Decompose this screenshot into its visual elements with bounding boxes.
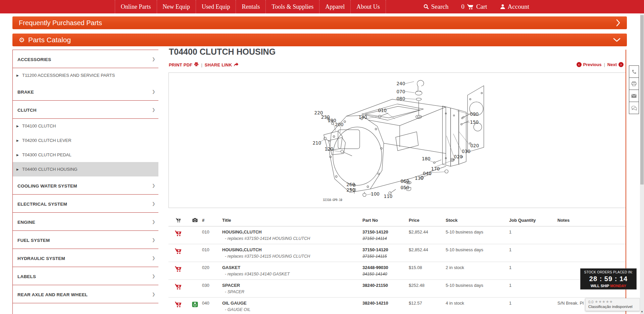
sidebar-category-accessories[interactable]: ACCESSORIES ❯ (13, 50, 158, 68)
nav-item-apparel[interactable]: Apparel (319, 0, 351, 13)
sidebar-item-t04300[interactable]: ▶ T04300 CLUTCH PEDAL (13, 148, 158, 162)
sidebar-category-label: COOLING WATER SYSTEM (17, 184, 77, 189)
row-subtitle: - GAUGE OIL (220, 307, 362, 312)
triangle-right-icon: ▶ (16, 139, 19, 142)
sidebar-category-fuel-system[interactable]: FUEL SYSTEM ❯ (13, 231, 158, 249)
diagram-callout: 210 (312, 140, 321, 146)
arrow-right-circle-icon: › (618, 62, 624, 67)
sidebar-category-labels[interactable]: LABELS ❯ (13, 267, 158, 285)
view-photo-button[interactable] (192, 302, 198, 308)
nav-account-label: Account (508, 3, 529, 10)
row-title: GASKET (220, 265, 362, 270)
share-link[interactable]: SHARE LINK (205, 62, 239, 68)
table-row: 030 SPACER - SPACER 38240-21150 $252.48 … (168, 280, 626, 298)
countdown-heading: STOCK ORDERS PLACED IN: (581, 270, 636, 274)
sidebar-category-clutch[interactable]: CLUTCH ❯ (13, 101, 158, 119)
diagram-callout: 120 (325, 146, 333, 152)
row-title: HOUSING,CLUTCH (220, 247, 362, 252)
chevron-right-icon: ❯ (152, 274, 155, 278)
sidebar-category-hydraulic-system[interactable]: HYDRAULIC SYSTEM ❯ (13, 249, 158, 267)
nav-search-label: Search (431, 3, 449, 10)
sidebar-item-t04200[interactable]: ▶ T04200 CLUTCH LEVER (13, 133, 158, 148)
header-part-no: Part No (362, 217, 409, 223)
row-job-quantity: 1 (509, 247, 557, 252)
row-num: 030 (202, 283, 220, 288)
scrollbar-thumb[interactable] (640, 15, 644, 185)
main-content: T04400 CLUTCH HOUSING PRINT PDF | SHARE … (168, 50, 626, 314)
row-title: OIL GAUGE (220, 301, 362, 306)
sidebar-category-rear-axle[interactable]: REAR AXLE AND REAR WHEEL ❯ (13, 285, 158, 303)
row-price: $2,852.44 (409, 229, 446, 234)
nav-search[interactable]: Search (424, 3, 449, 10)
sidebar-category-label: ELECTRICAL SYSTEM (17, 202, 67, 207)
add-to-cart-button[interactable] (175, 283, 182, 291)
chevron-right-icon (616, 19, 621, 27)
sidebar-category-engine[interactable]: ENGINE ❯ (13, 213, 158, 231)
scrollbar-down-arrow[interactable]: ▼ (640, 310, 644, 313)
sidebar-category-label: HYDRAULIC SYSTEM (17, 256, 65, 261)
row-num: 010 (202, 229, 220, 234)
stock-order-countdown: STOCK ORDERS PLACED IN: 28 : 59 : 14 WIL… (580, 268, 637, 290)
email-button[interactable] (629, 90, 639, 102)
ship-day: MONDAY (610, 284, 626, 288)
page: Online Parts New Equip Used Equip Rental… (0, 0, 644, 314)
phone-button[interactable] (629, 65, 639, 78)
header-price: Price (409, 217, 446, 223)
add-to-cart-button[interactable] (175, 230, 182, 238)
triangle-right-icon: ▶ (16, 168, 19, 171)
sidebar-item-t04100[interactable]: ▶ T04100 CLUTCH (13, 119, 158, 133)
scrollbar[interactable]: ▼ (640, 13, 644, 314)
nav-cart-label: Cart (476, 3, 487, 10)
row-stock: 5-10 business days (446, 247, 509, 252)
parts-table: # Title Part No Price Stock Job Quantity… (168, 214, 626, 314)
add-to-cart-button[interactable] (175, 266, 182, 273)
table-header-row: # Title Part No Price Stock Job Quantity… (168, 214, 626, 226)
diagram-callout: 110 (384, 194, 393, 199)
nav-item-rentals[interactable]: Rentals (236, 0, 266, 13)
row-price: $15.08 (409, 265, 446, 270)
sidebar-category-label: REAR AXLE AND REAR WHEEL (17, 292, 88, 297)
nav-account[interactable]: Account (500, 3, 529, 10)
print-button[interactable] (629, 77, 639, 90)
row-num: 020 (202, 265, 220, 270)
nav-item-about-us[interactable]: About Us (351, 0, 386, 13)
nav-item-tools-supplies[interactable]: Tools & Supplies (266, 0, 319, 13)
add-to-cart-button[interactable] (175, 301, 182, 309)
countdown-ship-line: WILL SHIP MONDAY (581, 284, 636, 288)
previous-button[interactable]: ‹ Previous (577, 62, 602, 67)
diagram-callout: 240 (397, 81, 405, 86)
nav-menu: Online Parts New Equip Used Equip Rental… (115, 0, 386, 13)
sidebar-item-t04400-selected[interactable]: ▶ T04400 CLUTCH HOUSING (13, 162, 158, 176)
account-icon (500, 4, 505, 9)
row-part-no: 32448-99030 (362, 265, 409, 270)
chevron-right-icon: ❯ (152, 219, 155, 224)
add-to-cart-button[interactable] (175, 248, 182, 255)
nav-item-online-parts[interactable]: Online Parts (115, 0, 157, 13)
row-subtitle: - SPACER (220, 290, 362, 294)
sidebar-category-brake[interactable]: BRAKE ❯ (13, 83, 158, 101)
sidebar-category-electrical-system[interactable]: ELECTRICAL SYSTEM ❯ (13, 195, 158, 213)
sidebar-item-label: T04200 CLUTCH LEVER (22, 138, 71, 143)
parts-catalog-banner[interactable]: ⚙ Parts Catalog (12, 34, 627, 46)
diagram-callout: 020 (454, 154, 463, 159)
sidebar-item-t11200[interactable]: ▶ T11200 ACCESSORIES AND SERVICE PARTS (13, 68, 158, 83)
parts-catalog-sidebar: ACCESSORIES ❯ ▶ T11200 ACCESSORIES AND S… (12, 50, 158, 314)
chat-button[interactable] (629, 102, 639, 114)
nav-cart[interactable]: 0 Cart (461, 3, 487, 10)
diagram-callout: 070 (397, 89, 405, 94)
frequently-purchased-banner[interactable]: Frequently Purchased Parts (12, 16, 627, 29)
sidebar-category-cooling-water-system[interactable]: COOLING WATER SYSTEM ❯ (13, 176, 158, 195)
nav-item-new-equip[interactable]: New Equip (157, 0, 196, 13)
chevron-right-icon: ❯ (152, 238, 155, 242)
row-part-no: 38240-14210 (362, 301, 409, 306)
table-row: 020 GASKET - replaces #34150-14140 GASKE… (168, 262, 626, 280)
countdown-timer: 28 : 59 : 14 (581, 275, 636, 283)
diagram-callout: 140 (358, 114, 367, 120)
nav-item-used-equip[interactable]: Used Equip (196, 0, 236, 13)
next-button[interactable]: Next › (607, 62, 624, 67)
previous-label: Previous (583, 62, 602, 67)
print-pdf-link[interactable]: PRINT PDF (169, 62, 199, 68)
diagram-callout: 100 (371, 191, 380, 197)
arrow-left-circle-icon: ‹ (577, 62, 582, 67)
next-label: Next (607, 62, 617, 67)
